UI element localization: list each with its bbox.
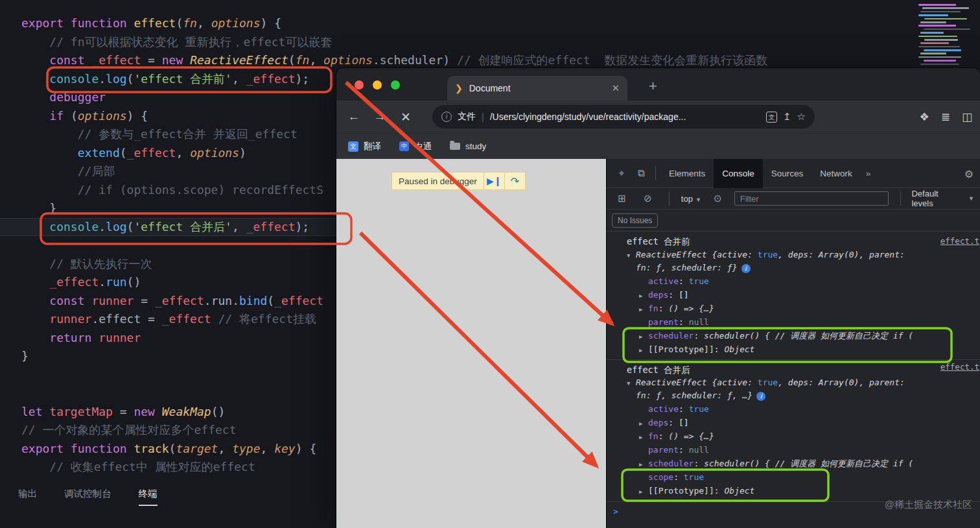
code-token: return <box>49 331 99 344</box>
code-line[interactable]: // fn可以根据状态变化 重新执行，effect可以嵌套 <box>0 33 980 52</box>
inspect-element-icon[interactable]: ⌖ <box>612 167 631 179</box>
translate-page-icon[interactable]: 文 <box>766 112 777 123</box>
devtools-tab-elements[interactable]: Elements <box>660 159 714 188</box>
code-token: _effect <box>49 275 99 289</box>
minimize-window-button[interactable] <box>373 80 382 90</box>
code-token: .scheduler) <box>373 53 457 67</box>
forward-icon[interactable]: → <box>370 110 390 124</box>
console-token: true <box>758 378 778 387</box>
share-icon[interactable]: ↥ <box>783 111 791 123</box>
toolbar-right-icons: ❖ ≣ ◫ <box>919 110 972 124</box>
collapsed-triangle-icon[interactable]: ▶ <box>639 417 648 431</box>
console-row[interactable]: parent: null <box>607 315 980 329</box>
devtools-tabs: ElementsConsoleSourcesNetwork <box>660 159 861 188</box>
js-context-selector[interactable]: top▼ <box>681 194 701 204</box>
collapsed-triangle-icon[interactable]: ▶ <box>639 303 648 317</box>
console-token: scheduler <box>648 459 694 468</box>
console-filter-input[interactable] <box>734 191 889 206</box>
bookmark-label: study <box>465 141 486 151</box>
console-row[interactable]: ▶[[Prototype]]: Object <box>607 342 980 356</box>
info-icon[interactable]: i <box>741 264 751 273</box>
collapsed-triangle-icon[interactable]: ▶ <box>639 485 648 499</box>
source-link[interactable]: effect.t <box>940 360 979 374</box>
browser-tab[interactable]: ❯ Document ✕ <box>447 76 627 101</box>
panel-tab-终端[interactable]: 终端 <box>139 488 158 506</box>
collapsed-triangle-icon[interactable]: ▶ <box>639 458 648 472</box>
reading-list-icon[interactable]: ≣ <box>941 110 950 124</box>
editor-minimap[interactable] <box>918 4 978 67</box>
clear-console-icon[interactable]: ⊘ <box>638 193 657 204</box>
panel-tab-调试控制台[interactable]: 调试控制台 <box>64 488 111 506</box>
devtools-settings-gear-icon[interactable]: ⚙ <box>964 168 974 180</box>
console-token: ƒ <box>727 390 732 400</box>
code-token: _effect <box>274 294 323 307</box>
code-token: options <box>78 109 127 123</box>
collapsed-triangle-icon[interactable]: ▶ <box>639 330 648 344</box>
console-toolbar: ⊞ ⊘ top▼ ⊙ Default levels▼ <box>607 188 980 210</box>
source-link[interactable]: effect.t <box>940 234 979 248</box>
bookmark-翻译[interactable]: 文翻译 <box>348 141 381 152</box>
device-toolbar-icon[interactable]: ⧉ <box>631 167 651 179</box>
console-row[interactable]: ▶deps: [] <box>607 416 980 429</box>
console-row[interactable]: scope: true <box>607 470 980 484</box>
console-row[interactable]: active: true <box>607 402 980 416</box>
console-row[interactable]: ▼ReactiveEffect {active: true, deps: Arr… <box>607 376 980 389</box>
step-over-button[interactable]: ↷ <box>504 173 525 189</box>
console-row[interactable]: ▶scheduler: scheduler() { // 调度器 如何更新自己决… <box>607 329 980 342</box>
code-token <box>21 312 49 326</box>
no-issues-badge[interactable]: No Issues <box>612 213 658 228</box>
expanded-triangle-icon[interactable]: ▼ <box>627 377 636 390</box>
console-row[interactable]: active: true <box>607 274 980 288</box>
back-icon[interactable]: ← <box>344 110 364 124</box>
maximize-window-button[interactable] <box>391 80 400 90</box>
address-bar[interactable]: i 文件 | /Users/clyingdeng/study/vue/react… <box>432 105 815 128</box>
devtools-tab-console[interactable]: Console <box>714 159 763 188</box>
bookmark-中通[interactable]: 中中通 <box>399 141 432 152</box>
panel-tab-输出[interactable]: 输出 <box>18 488 37 506</box>
page-info-icon[interactable]: i <box>441 112 452 122</box>
close-window-button[interactable] <box>355 80 364 90</box>
info-icon[interactable]: i <box>756 392 765 401</box>
console-row[interactable]: ▶[[Prototype]]: Object <box>607 484 980 498</box>
live-expression-eye-icon[interactable]: ⊙ <box>708 193 727 204</box>
collapsed-triangle-icon[interactable]: ▶ <box>639 431 648 444</box>
more-tabs-icon[interactable]: » <box>866 169 871 178</box>
side-panel-icon[interactable]: ◫ <box>962 110 972 124</box>
console-row[interactable]: ▶deps: [] <box>607 288 980 302</box>
code-token: options <box>323 53 373 67</box>
devtools-tab-sources[interactable]: Sources <box>763 159 812 188</box>
stop-icon[interactable]: ✕ <box>396 110 415 125</box>
code-token: bind <box>239 294 267 307</box>
log-levels-dropdown[interactable]: Default levels▼ <box>896 189 974 208</box>
tab-close-icon[interactable]: ✕ <box>611 82 620 94</box>
code-line[interactable]: export function effect(fn, options) { <box>0 14 980 33</box>
resume-script-button[interactable]: ▶❙ <box>484 173 504 189</box>
console-sidebar-icon[interactable]: ⊞ <box>612 193 631 204</box>
url-text[interactable]: /Users/clyingdeng/study/vue/reactivity/p… <box>490 112 760 122</box>
code-token: const <box>49 294 91 307</box>
minimap-line <box>918 36 957 38</box>
console-row[interactable]: ▼ReactiveEffect {active: true, deps: Arr… <box>607 248 980 261</box>
console-row[interactable]: ▶fn: () => {…} <box>607 429 980 443</box>
bookmark-star-icon[interactable]: ☆ <box>797 111 806 123</box>
collapsed-triangle-icon[interactable]: ▶ <box>639 344 648 357</box>
bookmark-study[interactable]: study <box>450 141 486 151</box>
code-token: track <box>134 442 169 455</box>
extensions-puzzle-icon[interactable]: ❖ <box>919 110 929 124</box>
code-token: } <box>21 201 56 215</box>
console-row[interactable]: parent: null <box>607 443 980 457</box>
collapsed-triangle-icon[interactable]: ▶ <box>639 289 648 303</box>
code-token: // 将effect挂载 <box>218 312 316 326</box>
code-token: .run. <box>204 294 239 307</box>
console-token: : <box>679 404 689 414</box>
code-token: new <box>162 53 190 67</box>
console-row[interactable]: ▶scheduler: scheduler() { // 调度器 如何更新自己决… <box>607 457 980 470</box>
new-tab-button[interactable]: + <box>649 78 657 95</box>
devtools-tab-network[interactable]: Network <box>811 159 861 188</box>
console-token: scheduler() { // 调度器 如何更新自己决定 if ( <box>704 331 913 341</box>
code-line[interactable]: const _effect = new ReactiveEffect(fn, o… <box>0 51 980 70</box>
expanded-triangle-icon[interactable]: ▼ <box>627 249 636 262</box>
console-row[interactable]: ▶fn: () => {…} <box>607 302 980 315</box>
code-token: runner <box>49 312 91 326</box>
code-token <box>21 35 49 49</box>
